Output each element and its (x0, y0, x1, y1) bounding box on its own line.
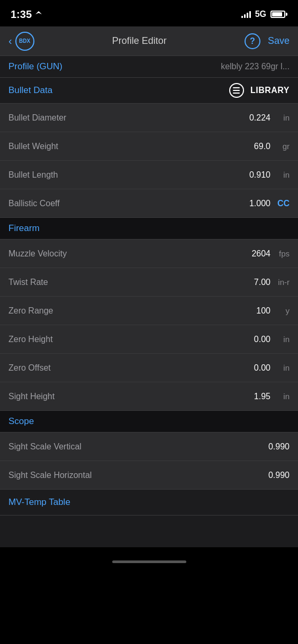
signal-bar-4 (249, 11, 251, 18)
zero-offset-value: 0.00 (254, 363, 270, 373)
bullet-length-label: Bullet Length (8, 170, 58, 180)
bullet-weight-right: 69.0 gr (254, 142, 290, 151)
twist-rate-label: Twist Rate (8, 278, 48, 287)
back-arrow-icon: ‹ (8, 35, 12, 47)
help-label: ? (250, 36, 255, 46)
signal-bars (241, 11, 251, 18)
bullet-diameter-value: 0.224 (249, 113, 270, 123)
bullet-weight-label: Bullet Weight (8, 142, 58, 151)
muzzle-velocity-unit: fps (275, 249, 290, 258)
sight-scale-horizontal-value: 0.990 (268, 471, 290, 480)
time-text: 1:35 (11, 8, 32, 21)
sight-height-label: Sight Height (8, 392, 55, 401)
muzzle-velocity-value: 2604 (251, 249, 270, 259)
zero-range-right: 100 y (256, 306, 290, 316)
help-button[interactable]: ? (245, 33, 260, 49)
zero-range-label: Zero Range (8, 306, 53, 316)
list-line-1 (233, 87, 240, 88)
nav-right: ? Save (245, 33, 290, 49)
zero-height-value: 0.00 (254, 335, 270, 344)
profile-value: kelbly 223 69gr l... (221, 62, 290, 71)
back-button[interactable]: ‹ BDX (8, 32, 34, 51)
bottom-spacer (0, 516, 298, 547)
zero-range-row[interactable]: Zero Range 100 y (0, 297, 298, 325)
bullet-diameter-row[interactable]: Bullet Diameter 0.224 in (0, 104, 298, 132)
sight-height-right: 1.95 in (254, 392, 290, 401)
profile-label: Profile (GUN) (8, 61, 62, 72)
sight-scale-vertical-right: 0.990 (268, 442, 290, 452)
bullet-data-actions: LIBRARY (229, 83, 290, 98)
bullet-diameter-unit: in (275, 113, 290, 122)
profile-row[interactable]: Profile (GUN) kelbly 223 69gr l... (0, 56, 298, 78)
zero-range-unit: y (275, 306, 290, 315)
scope-header: Scope (0, 411, 298, 433)
bullet-weight-row[interactable]: Bullet Weight 69.0 gr (0, 132, 298, 161)
save-button[interactable]: Save (268, 35, 290, 47)
bullet-diameter-right: 0.224 in (249, 113, 290, 123)
bullet-weight-unit: gr (275, 142, 290, 151)
sight-height-unit: in (275, 392, 290, 401)
home-bar (112, 560, 186, 563)
zero-offset-row[interactable]: Zero Offset 0.00 in (0, 354, 298, 382)
bullet-weight-value: 69.0 (254, 142, 270, 151)
muzzle-velocity-label: Muzzle Velocity (8, 249, 67, 259)
mv-temp-label: MV-Temp Table (8, 497, 70, 507)
bullet-diameter-label: Bullet Diameter (8, 113, 66, 123)
muzzle-velocity-row[interactable]: Muzzle Velocity 2604 fps (0, 240, 298, 268)
status-bar: 1:35 5G (0, 0, 298, 26)
bdx-label: BDX (19, 39, 30, 44)
twist-rate-value: 7.00 (254, 278, 270, 287)
status-right: 5G (241, 10, 287, 19)
library-button[interactable]: LIBRARY (250, 86, 290, 95)
bullet-length-unit: in (275, 170, 290, 179)
bdx-logo: BDX (15, 32, 34, 51)
firearm-label: Firearm (8, 223, 40, 233)
ballistic-coeff-unit: CC (275, 199, 290, 208)
zero-height-row[interactable]: Zero Height 0.00 in (0, 325, 298, 354)
list-line-3 (233, 93, 240, 94)
nav-bar: ‹ BDX Profile Editor ? Save (0, 26, 298, 56)
mv-temp-row[interactable]: MV-Temp Table (0, 490, 298, 516)
sight-scale-horizontal-label: Sight Scale Horizontal (8, 471, 92, 480)
sight-scale-vertical-label: Sight Scale Vertical (8, 442, 82, 452)
sight-scale-horizontal-row[interactable]: Sight Scale Horizontal 0.990 (0, 461, 298, 490)
zero-range-value: 100 (256, 306, 270, 316)
zero-offset-unit: in (275, 363, 290, 372)
ballistic-coeff-value: 1.000 (249, 199, 270, 208)
sight-height-value: 1.95 (254, 392, 270, 401)
bullet-length-right: 0.910 in (249, 170, 290, 180)
signal-bar-3 (247, 13, 248, 18)
nav-title: Profile Editor (112, 35, 167, 47)
ballistic-coeff-row[interactable]: Ballistic Coeff 1.000 CC (0, 189, 298, 218)
zero-height-unit: in (275, 335, 290, 344)
list-icon-button[interactable] (229, 83, 244, 98)
zero-height-right: 0.00 in (254, 335, 290, 344)
ballistic-coeff-right: 1.000 CC (249, 199, 290, 208)
scope-fields: Sight Scale Vertical 0.990 Sight Scale H… (0, 433, 298, 490)
home-indicator (0, 547, 298, 568)
bullet-length-value: 0.910 (249, 170, 270, 180)
sight-scale-vertical-row[interactable]: Sight Scale Vertical 0.990 (0, 433, 298, 461)
twist-rate-row[interactable]: Twist Rate 7.00 in-r (0, 268, 298, 297)
scope-label: Scope (8, 416, 34, 426)
signal-bar-1 (241, 16, 243, 18)
firearm-fields: Muzzle Velocity 2604 fps Twist Rate 7.00… (0, 240, 298, 411)
bullet-length-row[interactable]: Bullet Length 0.910 in (0, 161, 298, 189)
bullet-data-fields: Bullet Diameter 0.224 in Bullet Weight 6… (0, 104, 298, 218)
sight-height-row[interactable]: Sight Height 1.95 in (0, 382, 298, 411)
list-line-2 (233, 90, 240, 91)
network-text: 5G (255, 10, 266, 19)
ballistic-coeff-label: Ballistic Coeff (8, 199, 60, 208)
zero-height-label: Zero Height (8, 335, 53, 344)
location-icon (35, 11, 42, 18)
battery-icon (270, 11, 287, 18)
bullet-data-label: Bullet Data (8, 85, 52, 96)
zero-offset-label: Zero Offset (8, 363, 51, 373)
zero-offset-right: 0.00 in (254, 363, 290, 373)
bullet-data-header: Bullet Data LIBRARY (0, 78, 298, 104)
twist-rate-unit: in-r (275, 278, 290, 287)
status-time: 1:35 (11, 8, 42, 21)
signal-bar-2 (244, 14, 246, 18)
sight-scale-horizontal-right: 0.990 (268, 471, 290, 480)
firearm-header: Firearm (0, 218, 298, 240)
